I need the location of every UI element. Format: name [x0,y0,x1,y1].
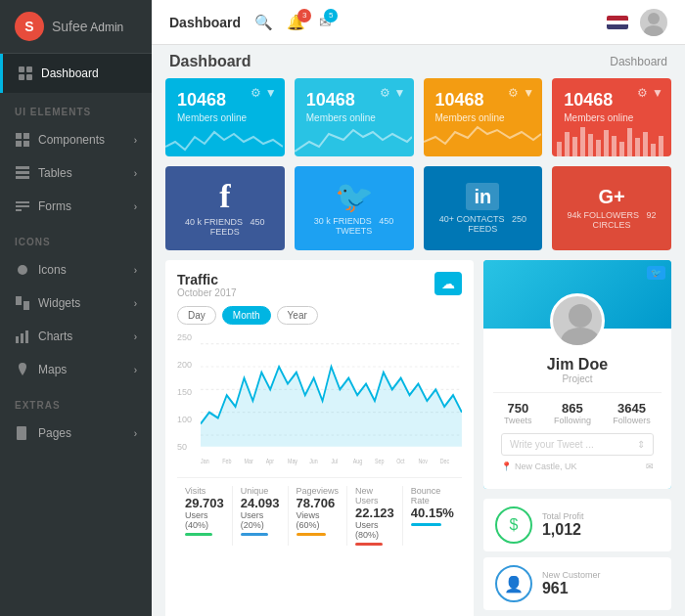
stat-card-2: ⚙ ▼ 10468 Members online [295,78,414,156]
sidebar-section-ui: UI ELEMENTS Components › Tables › Forms … [0,93,152,223]
main-content: Dashboard 🔍 🔔 3 ✉ 5 Dashboard Dashboard [152,0,685,616]
profile-avatar [550,293,605,348]
svg-rect-37 [651,144,656,156]
search-icon[interactable]: 🔍 [254,14,273,31]
social-card-facebook[interactable]: f 40 k FRIENDS 450 FEEDS [165,166,285,250]
chevron-icon: › [134,298,137,309]
wave-chart-3 [424,122,541,156]
sidebar-item-forms[interactable]: Forms › [0,190,152,223]
svg-point-23 [648,13,660,24]
social-card-googleplus[interactable]: G+ 94k FOLLOWERS 92 CIRCLES [552,166,671,250]
svg-text:May: May [288,457,298,464]
breadcrumb-path: Dashboard [610,55,667,68]
linkedin-icon: in [466,183,499,210]
sidebar-section-extras: EXTRAS Pages › [0,386,152,450]
line-chart-svg: Jan Feb Mar Apr May Jun Jul Aug Sep Oct … [201,332,462,469]
gear-icon[interactable]: ⚙ [380,86,390,100]
twitter-badge: 🐦 [647,266,665,280]
svg-rect-3 [26,74,32,80]
profit-icon: $ [495,506,532,544]
sidebar-item-tables[interactable]: Tables › [0,156,152,190]
svg-text:Jul: Jul [331,457,338,464]
chevron-icon: › [134,135,137,146]
svg-rect-10 [16,176,29,179]
avatar[interactable] [640,9,667,36]
facebook-icon: f [219,180,230,213]
unique-bar [241,533,268,536]
chevron-icon: › [134,201,137,212]
social-card-linkedin[interactable]: in 40+ CONTACTS 250 FEEDS [424,166,543,250]
chevron-icon: › [134,365,137,375]
profile-card: 🐦 Jim Doe Project 750 Tweets [483,260,671,489]
svg-rect-16 [23,301,29,310]
social-cards-row: f 40 k FRIENDS 450 FEEDS 🐦 30 k FRIENDS … [165,166,671,250]
profile-role: Project [493,374,662,384]
wave-chart-2 [295,122,412,156]
svg-rect-7 [23,141,29,147]
svg-rect-15 [16,296,22,305]
stat-card-1: ⚙ ▼ 10468 Members online [165,78,285,156]
googleplus-icon: G+ [599,187,625,206]
dashboard-label: Dashboard [41,66,99,80]
bell-notification[interactable]: 🔔 3 [287,14,305,31]
svg-text:Apr: Apr [266,457,274,464]
bounce-bar [411,523,441,526]
traffic-stats-row: Visits 29.703 Users (40%) Unique 24.093 … [177,477,462,546]
sidebar-item-components[interactable]: Components › [0,123,152,156]
tweet-location: 📍 New Castle, UK ✉ [493,462,662,479]
stat-cards-row: ⚙ ▼ 10468 Members online ⚙ ▼ 10468 Membe… [165,78,671,156]
stat-card-4: ⚙ ▼ 10468 Members online [552,78,671,156]
sidebar-item-pages[interactable]: Pages › [0,417,152,450]
gear-icon[interactable]: ⚙ [251,86,261,100]
caret-icon[interactable]: ▼ [652,86,663,100]
mail-badge: 5 [324,9,338,22]
caret-icon[interactable]: ▼ [523,86,534,100]
svg-rect-26 [565,132,570,156]
svg-rect-30 [596,140,601,156]
tweet-input[interactable]: Write your Tweet ... ⇕ [501,433,654,456]
filter-year[interactable]: Year [277,306,318,325]
tw-stats: 30 k FRIENDS 450 TWEETS [308,216,400,236]
sidebar-item-charts[interactable]: Charts › [0,320,152,353]
sidebar-logo: S [15,12,44,41]
bar-chart-4 [552,122,669,156]
sidebar-header: S Sufee Admin [0,0,152,54]
chevron-icon: › [134,265,137,276]
tweets-count: 750 Tweets [504,401,532,425]
chevron-icon: › [134,331,137,342]
svg-rect-2 [19,74,24,80]
traffic-title: Traffic [177,272,237,287]
metric-total-profit: $ Total Profit 1,012 [483,499,671,551]
filter-day[interactable]: Day [177,306,216,325]
topbar-title: Dashboard [169,15,241,30]
gear-icon[interactable]: ⚙ [637,86,648,100]
following-count: 865 Following [554,401,591,425]
svg-rect-33 [619,142,624,156]
caret-icon[interactable]: ▼ [394,86,406,100]
stat-card-3: ⚙ ▼ 10468 Members online [424,78,543,156]
sidebar-item-icons[interactable]: Icons › [0,253,152,286]
sidebar-item-widgets[interactable]: Widgets › [0,286,152,320]
breadcrumb-bar: Dashboard Dashboard [152,45,685,78]
tweet-send-icon[interactable]: ✉ [646,462,654,471]
ts-bounce: Bounce Rate 40.15% [403,486,462,546]
svg-rect-29 [588,134,593,156]
sidebar-item-maps[interactable]: Maps › [0,353,152,386]
twitter-icon: 🐦 [335,181,374,212]
svg-rect-8 [16,166,29,169]
mail-notification[interactable]: ✉ 5 [319,14,332,31]
sidebar-item-dashboard[interactable]: Dashboard [0,54,152,93]
gear-icon[interactable]: ⚙ [508,86,519,100]
svg-rect-19 [25,330,28,343]
caret-icon[interactable]: ▼ [265,86,277,100]
breadcrumb-title: Dashboard [169,53,251,70]
svg-text:Aug: Aug [353,457,363,464]
cloud-upload-icon[interactable]: ☁ [434,272,462,295]
chevron-icon: › [134,428,137,439]
chevron-icon: › [134,168,137,179]
bell-badge: 3 [297,9,311,22]
social-card-twitter[interactable]: 🐦 30 k FRIENDS 450 TWEETS [295,166,414,250]
filter-month[interactable]: Month [222,306,271,325]
flag-icon[interactable] [607,16,628,29]
svg-point-24 [644,25,663,36]
